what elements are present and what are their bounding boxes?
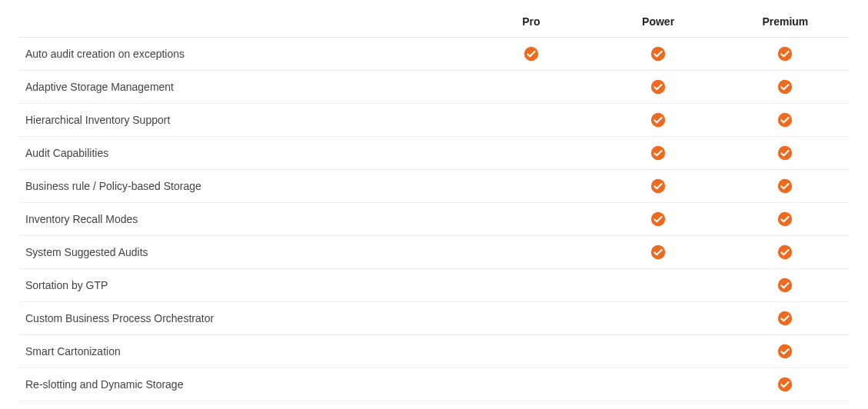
svg-point-3 — [651, 80, 665, 94]
cell-pro — [467, 170, 594, 203]
check-icon — [650, 145, 666, 161]
check-icon — [524, 46, 539, 62]
cell-power — [594, 269, 721, 302]
feature-label: Inventory Recall Modes — [19, 203, 467, 236]
svg-point-7 — [651, 146, 665, 160]
check-icon — [777, 244, 793, 260]
svg-point-17 — [778, 344, 792, 358]
table-row: System Suggested Audits — [19, 236, 849, 269]
svg-point-0 — [524, 47, 538, 61]
svg-point-14 — [778, 245, 792, 259]
check-icon — [777, 112, 793, 128]
header-feature — [19, 8, 467, 38]
svg-point-12 — [778, 212, 792, 226]
check-icon — [777, 278, 793, 293]
cell-premium — [722, 71, 849, 104]
table-row: Audit Capabilities — [19, 137, 849, 170]
check-icon — [650, 79, 666, 95]
svg-point-15 — [778, 278, 792, 292]
table-row: Re-slotting and Dynamic Storage — [19, 368, 849, 401]
svg-point-5 — [651, 113, 665, 127]
feature-label: Auto audit creation on exceptions — [19, 38, 467, 71]
cell-pro — [467, 302, 594, 335]
cell-pro — [467, 335, 594, 368]
check-icon — [777, 79, 793, 95]
check-icon — [777, 377, 793, 392]
feature-label: Sortation by GTP — [19, 269, 467, 302]
check-icon — [650, 211, 666, 227]
svg-point-16 — [778, 311, 792, 325]
check-icon — [777, 145, 793, 161]
cell-pro — [467, 368, 594, 401]
cell-power — [594, 137, 721, 170]
check-icon — [777, 211, 793, 227]
check-icon — [777, 344, 793, 359]
cell-premium — [722, 203, 849, 236]
cell-premium — [722, 170, 849, 203]
check-icon — [777, 311, 793, 326]
svg-point-1 — [651, 47, 665, 61]
cell-pro — [467, 137, 594, 170]
feature-comparison-table: Pro Power Premium Auto audit creation on… — [19, 8, 849, 401]
check-icon — [777, 46, 793, 62]
feature-label: Hierarchical Inventory Support — [19, 104, 467, 137]
cell-pro — [467, 104, 594, 137]
svg-point-11 — [651, 212, 665, 226]
table-row: Smart Cartonization — [19, 335, 849, 368]
cell-power — [594, 236, 721, 269]
cell-pro — [467, 38, 594, 71]
cell-premium — [722, 335, 849, 368]
cell-premium — [722, 104, 849, 137]
header-plan-premium: Premium — [722, 8, 849, 38]
feature-label: System Suggested Audits — [19, 236, 467, 269]
cell-power — [594, 38, 721, 71]
table-row: Auto audit creation on exceptions — [19, 38, 849, 71]
check-icon — [650, 178, 666, 194]
cell-pro — [467, 236, 594, 269]
check-icon — [650, 46, 666, 62]
cell-power — [594, 170, 721, 203]
table-row: Sortation by GTP — [19, 269, 849, 302]
table-row: Business rule / Policy-based Storage — [19, 170, 849, 203]
feature-label: Business rule / Policy-based Storage — [19, 170, 467, 203]
svg-point-18 — [778, 377, 792, 391]
feature-label: Smart Cartonization — [19, 335, 467, 368]
cell-power — [594, 335, 721, 368]
check-icon — [650, 244, 666, 260]
cell-pro — [467, 269, 594, 302]
svg-point-9 — [651, 179, 665, 193]
svg-point-10 — [778, 179, 792, 193]
header-plan-power: Power — [594, 8, 721, 38]
svg-point-8 — [778, 146, 792, 160]
table-row: Custom Business Process Orchestrator — [19, 302, 849, 335]
feature-label: Custom Business Process Orchestrator — [19, 302, 467, 335]
cell-power — [594, 302, 721, 335]
svg-point-2 — [778, 47, 792, 61]
check-icon — [650, 112, 666, 128]
table-header-row: Pro Power Premium — [19, 8, 849, 38]
cell-premium — [722, 269, 849, 302]
feature-label: Audit Capabilities — [19, 137, 467, 170]
svg-point-13 — [651, 245, 665, 259]
feature-label: Re-slotting and Dynamic Storage — [19, 368, 467, 401]
cell-power — [594, 104, 721, 137]
svg-point-4 — [778, 80, 792, 94]
cell-power — [594, 203, 721, 236]
check-icon — [777, 178, 793, 194]
svg-point-6 — [778, 113, 792, 127]
cell-power — [594, 71, 721, 104]
cell-pro — [467, 71, 594, 104]
feature-label: Adaptive Storage Management — [19, 71, 467, 104]
table-row: Hierarchical Inventory Support — [19, 104, 849, 137]
cell-pro — [467, 203, 594, 236]
cell-power — [594, 368, 721, 401]
cell-premium — [722, 137, 849, 170]
cell-premium — [722, 368, 849, 401]
cell-premium — [722, 236, 849, 269]
table-row: Adaptive Storage Management — [19, 71, 849, 104]
header-plan-pro: Pro — [467, 8, 594, 38]
cell-premium — [722, 38, 849, 71]
table-row: Inventory Recall Modes — [19, 203, 849, 236]
cell-premium — [722, 302, 849, 335]
